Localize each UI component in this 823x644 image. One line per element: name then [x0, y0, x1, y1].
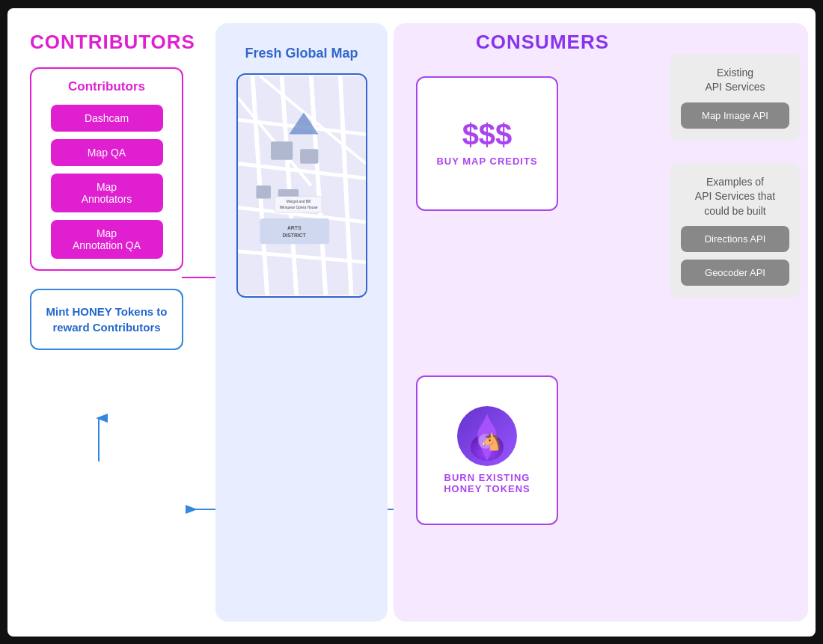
- dashcam-btn[interactable]: Dashcam: [51, 105, 163, 132]
- buy-map-credits-box: $$$ BUY MAP CREDITS: [416, 76, 558, 211]
- consumers-inner: $$$ BUY MAP CREDITS: [401, 76, 808, 614]
- map-annotation-qa-btn[interactable]: Map Annotation QA: [51, 220, 163, 259]
- svg-text:DISTRICT: DISTRICT: [282, 233, 306, 238]
- svg-rect-23: [260, 218, 329, 243]
- flame-icon: 🐴: [457, 406, 517, 466]
- existing-api-title: Existing API Services: [705, 66, 765, 95]
- mint-honey-box: Mint HONEY Tokens to reward Contributors: [30, 289, 183, 350]
- contributors-box: Contributors Dashcam Map QA Map Annotato…: [30, 67, 183, 271]
- contributors-section: CONTRIBUTORS Contributors Dashcam Map QA…: [15, 23, 209, 622]
- svg-text:Margot and Bill: Margot and Bill: [286, 200, 310, 203]
- directions-api-btn[interactable]: Directions API: [681, 226, 789, 252]
- svg-rect-20: [256, 185, 271, 199]
- map-qa-btn[interactable]: Map QA: [51, 139, 163, 166]
- svg-text:ARTS: ARTS: [287, 224, 301, 230]
- api-services-section: Existing API Services Map Image API Exam…: [670, 54, 801, 298]
- map-frame: ARTS DISTRICT Margot and Bill Winspear O…: [236, 73, 367, 298]
- contributors-title: CONTRIBUTORS: [30, 31, 195, 54]
- svg-rect-26: [274, 196, 322, 212]
- burn-label: BURN EXISTING HONEY TOKENS: [444, 472, 530, 494]
- map-title: Fresh Global Map: [245, 46, 358, 61]
- mint-honey-text: Mint HONEY Tokens to reward Contributors: [42, 304, 171, 335]
- existing-api-box: Existing API Services Map Image API: [670, 54, 801, 141]
- svg-text:Winspear Opera House: Winspear Opera House: [279, 206, 317, 209]
- svg-rect-19: [300, 149, 318, 164]
- main-diagram: CONTRIBUTORS Contributors Dashcam Map QA…: [7, 8, 816, 637]
- consumers-section: CONSUMERS $$$ BUY MAP CREDITS: [394, 23, 808, 622]
- map-illustration: ARTS DISTRICT Margot and Bill Winspear O…: [238, 75, 366, 296]
- svg-text:🐴: 🐴: [481, 432, 502, 452]
- burn-honey-box: 🐴 BURN EXISTING HONEY TOKENS: [416, 375, 558, 525]
- dollar-symbol: $$$: [462, 120, 513, 150]
- map-annotators-btn[interactable]: Map Annotators: [51, 174, 163, 212]
- map-image-api-btn[interactable]: Map Image API: [681, 102, 789, 129]
- consumers-title: CONSUMERS: [401, 31, 808, 54]
- examples-api-title: Examples of API Services that could be b…: [695, 175, 775, 219]
- examples-api-box: Examples of API Services that could be b…: [670, 163, 801, 298]
- map-section: Fresh Global Map: [215, 23, 388, 622]
- buy-credits-label: BUY MAP CREDITS: [436, 156, 537, 167]
- contributors-box-title: Contributors: [68, 79, 145, 94]
- geocoder-api-btn[interactable]: Geocoder API: [681, 260, 789, 286]
- svg-rect-18: [270, 141, 292, 159]
